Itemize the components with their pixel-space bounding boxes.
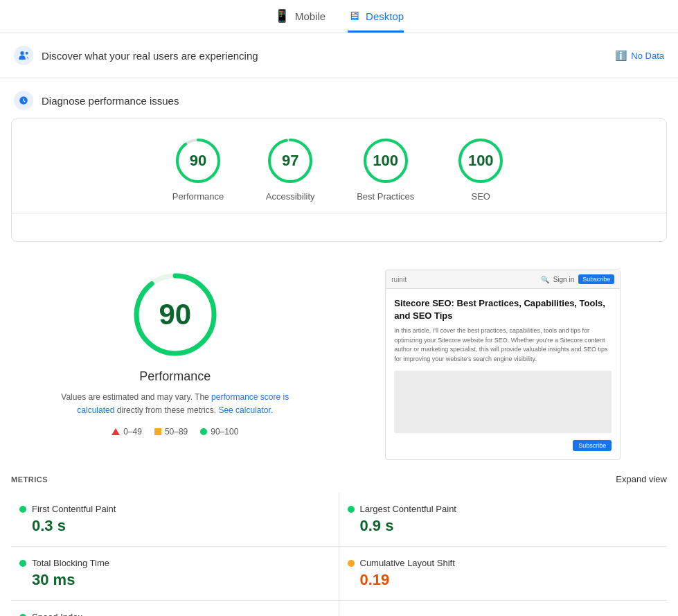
metric-lcp-name: Largest Contentful Paint [360, 504, 456, 514]
metric-lcp-value: 0.9 s [348, 517, 659, 535]
score-performance[interactable]: 90 Performance [172, 136, 224, 202]
metric-cls-header: Cumulative Layout Shift [348, 558, 659, 568]
legend-mid-range: 50–89 [165, 427, 188, 437]
metric-si: Speed Index 0.3 s [11, 601, 339, 616]
tab-mobile-label: Mobile [295, 10, 325, 22]
metric-si-header: Speed Index [19, 612, 330, 616]
metric-fcp-name: First Contentful Paint [32, 504, 116, 514]
metric-tbt-header: Total Blocking Time [19, 558, 330, 568]
score-value-accessibility: 97 [282, 152, 298, 170]
scores-row: 90 Performance 97 Accessibility [12, 136, 666, 202]
info-icon: ℹ️ [615, 50, 627, 61]
metric-fcp-header: First Contentful Paint [19, 504, 330, 514]
tab-mobile[interactable]: 📱 Mobile [274, 8, 325, 33]
metric-lcp-status [348, 506, 355, 513]
no-data-badge[interactable]: ℹ️ No Data [615, 50, 664, 61]
legend-mid: 50–89 [154, 427, 188, 437]
tab-bar: 📱 Mobile 🖥 Desktop [0, 0, 678, 33]
score-label-performance: Performance [172, 191, 224, 202]
score-value-best-practices: 100 [373, 152, 398, 170]
legend-high: 90–100 [200, 427, 238, 437]
desktop-icon: 🖥 [348, 9, 360, 24]
diagnose-title: Diagnose performance issues [42, 95, 179, 107]
no-data-label: No Data [631, 51, 664, 61]
svg-point-0 [20, 51, 24, 55]
perf-desc-prefix: Values are estimated and may vary. The [61, 392, 211, 402]
browser-search-icon: 🔍 [541, 276, 549, 283]
metric-lcp: Largest Contentful Paint 0.9 s [339, 493, 668, 547]
browser-signin: Sign in [553, 276, 575, 283]
browser-url: ruinit [391, 276, 536, 283]
metric-cls-status [348, 560, 355, 567]
metrics-title: METRICS [11, 475, 48, 484]
perf-description: Values are estimated and may vary. The p… [44, 391, 307, 417]
metric-tbt-value: 30 ms [19, 571, 330, 589]
browser-subscribe-btn-top[interactable]: Subscribe [578, 274, 614, 284]
big-score-value: 90 [159, 298, 191, 331]
browser-preview: ruinit 🔍 Sign in Subscribe Sitecore SEO:… [385, 270, 621, 460]
metric-lcp-header: Largest Contentful Paint [348, 504, 659, 514]
real-users-text: Discover what your real users are experi… [42, 50, 258, 62]
main-content: 90 Performance Values are estimated and … [0, 256, 678, 474]
metric-empty [339, 601, 668, 616]
metric-fcp: First Contentful Paint 0.3 s [11, 493, 339, 547]
score-accessibility[interactable]: 97 Accessibility [265, 136, 315, 202]
browser-article-body: In this article, I'll cover the best pra… [394, 326, 612, 364]
expand-view-button[interactable]: Expand view [616, 474, 667, 484]
metric-fcp-value: 0.3 s [19, 517, 330, 535]
legend-low-range: 0–49 [123, 427, 142, 437]
metric-tbt-status [19, 560, 26, 567]
diagnose-icon [14, 91, 33, 110]
score-best-practices[interactable]: 100 Best Practices [357, 136, 414, 202]
browser-subscribe-btn-bottom[interactable]: Subscribe [573, 440, 612, 451]
score-circle-best-practices: 100 [361, 136, 411, 186]
metric-fcp-status [19, 506, 26, 513]
metric-tbt-name: Total Blocking Time [32, 558, 109, 568]
tab-desktop-label: Desktop [366, 10, 404, 22]
score-value-seo: 100 [468, 152, 494, 170]
mobile-icon: 📱 [274, 8, 289, 24]
svg-point-1 [26, 52, 28, 55]
score-circle-accessibility: 97 [265, 136, 315, 186]
legend-low: 0–49 [111, 427, 142, 437]
legend-triangle-icon [111, 428, 120, 435]
legend-square-icon [154, 428, 161, 435]
score-label-accessibility: Accessibility [266, 191, 315, 202]
legend-dot-icon [200, 428, 207, 435]
users-icon [14, 46, 33, 65]
perf-desc-mid: directly from these metrics. [114, 405, 218, 415]
legend-high-range: 90–100 [211, 427, 238, 437]
browser-toolbar: ruinit 🔍 Sign in Subscribe [386, 270, 620, 289]
browser-body: Sitecore SEO: Best Practices, Capabiliti… [386, 289, 620, 459]
score-label-best-practices: Best Practices [357, 191, 414, 202]
metrics-section: METRICS Expand view First Contentful Pai… [0, 474, 678, 616]
right-panel: ruinit 🔍 Sign in Subscribe Sitecore SEO:… [339, 270, 668, 460]
metrics-header: METRICS Expand view [11, 474, 667, 484]
metrics-grid: First Contentful Paint 0.3 s Largest Con… [11, 493, 667, 616]
metric-cls: Cumulative Layout Shift 0.19 [339, 547, 668, 601]
score-circle-seo: 100 [456, 136, 506, 186]
tab-desktop[interactable]: 🖥 Desktop [348, 9, 404, 33]
calculator-link[interactable]: See calculator. [218, 405, 273, 415]
diagnose-header: Diagnose performance issues [0, 78, 678, 118]
score-label-seo: SEO [472, 191, 490, 202]
browser-article-title: Sitecore SEO: Best Practices, Capabiliti… [394, 297, 612, 322]
metric-cls-name: Cumulative Layout Shift [360, 558, 455, 568]
metric-si-name: Speed Index [32, 612, 82, 616]
score-value-performance: 90 [190, 152, 206, 170]
metric-cls-value: 0.19 [348, 571, 659, 589]
big-score-label: Performance [139, 369, 211, 384]
score-circle-performance: 90 [173, 136, 223, 186]
browser-image [394, 371, 612, 433]
score-seo[interactable]: 100 SEO [456, 136, 506, 202]
real-users-bar: Discover what your real users are experi… [0, 33, 678, 78]
big-score-circle: 90 [130, 270, 220, 360]
legend-row: 0–49 50–89 90–100 [111, 427, 238, 437]
scores-card: 90 Performance 97 Accessibility [11, 118, 667, 242]
left-panel: 90 Performance Values are estimated and … [11, 270, 339, 460]
metric-tbt: Total Blocking Time 30 ms [11, 547, 339, 601]
